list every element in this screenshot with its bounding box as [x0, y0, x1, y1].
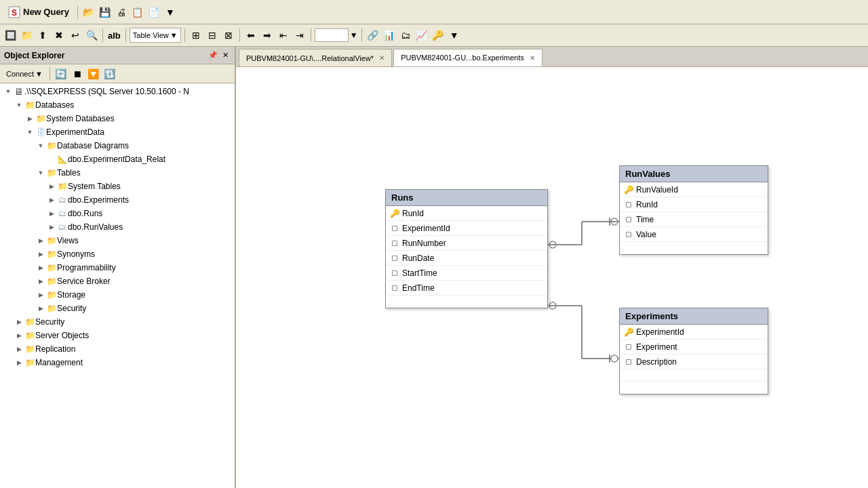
oe-filter-button[interactable]: 🔽 [86, 66, 101, 81]
tree-item-system-tables[interactable]: ▶ 📁 System Tables [0, 180, 235, 193]
zoom-dropdown-arrow[interactable]: ▼ [350, 30, 358, 40]
tb2-btn-4[interactable]: ✖ [52, 28, 66, 43]
runs-col-experimentid: ExperimentId [402, 224, 450, 233]
db-table-runvalues[interactable]: RunValues 🔑 RunValueId RunId Time Value [619, 165, 768, 255]
tb2-btn-5[interactable]: ↩ [68, 28, 83, 43]
tab-experiments-close[interactable]: ✕ [530, 54, 535, 62]
expand-diagram1[interactable] [46, 154, 57, 165]
tree-item-server[interactable]: ▼ 🖥 .\\SQLEXPRESS (SQL Server 10.50.1600… [0, 85, 235, 98]
expand-programmability[interactable]: ▶ [35, 262, 46, 273]
tree-item-security[interactable]: ▶ 📁 Security [0, 315, 235, 329]
nav-btn1[interactable]: ⬅ [243, 28, 258, 43]
tree-item-programmability[interactable]: ▶ 📁 Programmability [0, 261, 235, 274]
nav-btn2[interactable]: ➡ [260, 28, 275, 43]
more-button[interactable]: ▼ [163, 5, 178, 20]
new-query-icon: S [7, 5, 21, 19]
extra-btn6[interactable]: ▼ [447, 28, 462, 43]
expand-security[interactable]: ▶ [14, 317, 24, 327]
expand-runvalues-tbl[interactable]: ▶ [46, 222, 57, 232]
col-icon-experimentid [390, 224, 399, 233]
copy-button[interactable]: 📋 [130, 5, 145, 20]
connect-button[interactable]: Connect ▼ [3, 66, 46, 81]
expand-tables[interactable]: ▼ [35, 167, 46, 178]
nav-btn3[interactable]: ⇤ [276, 28, 291, 43]
align-btn2[interactable]: ⊟ [205, 28, 220, 43]
expand-experiments-tbl[interactable]: ▶ [46, 195, 57, 205]
extra-btn1[interactable]: 🔗 [366, 28, 380, 43]
tree-item-management[interactable]: ▶ 📁 Management [0, 356, 235, 369]
oe-sync-button[interactable]: 🔃 [102, 66, 117, 81]
extra-btn4[interactable]: 📈 [414, 28, 429, 43]
nav-btn4[interactable]: ⇥ [292, 28, 307, 43]
table-view-dropdown[interactable]: Table View ▼ [130, 28, 181, 43]
db-table-experiments[interactable]: Experiments 🔑 ExperimentId Experiment De… [619, 308, 768, 394]
align-btn3[interactable]: ⊠ [221, 28, 236, 43]
extra-btn3[interactable]: 🗂 [398, 28, 413, 43]
tab-relationalview[interactable]: PUBVM824001-GU\....RelationalView* ✕ [239, 49, 392, 66]
print-button[interactable]: 🖨 [114, 5, 129, 20]
tree-item-service-broker[interactable]: ▶ 📁 Service Broker [0, 274, 235, 288]
oe-refresh-button[interactable]: 🔄 [54, 66, 68, 81]
expand-experimentdata[interactable]: ▼ [24, 127, 35, 138]
zoom-input[interactable]: 100% [315, 28, 349, 42]
tb2-btn-3[interactable]: ⬆ [35, 28, 50, 43]
diagram1-label: dbo.ExperimentData_Relat [68, 155, 165, 164]
server-label: .\\SQLEXPRESS (SQL Server 10.50.1600 - N [24, 87, 189, 96]
align-btn[interactable]: ⊞ [189, 28, 203, 43]
col-icon-endtime [390, 283, 399, 293]
expand-views[interactable]: ▶ [35, 235, 46, 246]
tb2-btn-2[interactable]: 📁 [19, 28, 34, 43]
oe-close-button[interactable]: ✕ [220, 50, 231, 61]
expand-storage[interactable]: ▶ [35, 289, 46, 300]
runvalues-col-value: Value [636, 230, 656, 239]
tree-item-storage[interactable]: ▶ 📁 Storage [0, 288, 235, 302]
paste-button[interactable]: 📄 [146, 5, 161, 20]
separator7 [361, 28, 362, 42]
tree-item-views[interactable]: ▶ 📁 Views [0, 234, 235, 247]
tree-item-replication[interactable]: ▶ 📁 Replication [0, 342, 235, 356]
expand-management[interactable]: ▶ [14, 357, 24, 368]
tree-item-system-databases[interactable]: ▶ 📁 System Databases [0, 112, 235, 125]
expand-server-objects[interactable]: ▶ [14, 330, 24, 341]
tb2-btn-6[interactable]: 🔍 [84, 28, 99, 43]
expand-databases[interactable]: ▼ [14, 100, 24, 110]
oe-stop-button[interactable]: ⏹ [70, 66, 85, 81]
extra-btn2[interactable]: 📊 [382, 28, 397, 43]
expand-db-diagrams[interactable]: ▼ [35, 140, 46, 151]
tree-item-tables[interactable]: ▼ 📁 Tables [0, 166, 235, 180]
col-icon-value [624, 230, 633, 239]
tree-item-databases[interactable]: ▼ 📁 Databases [0, 98, 235, 112]
tab-relationalview-close[interactable]: ✕ [379, 54, 384, 62]
expand-system-tables[interactable]: ▶ [46, 181, 57, 192]
tree-item-db-diagrams[interactable]: ▼ 📁 Database Diagrams [0, 139, 235, 152]
management-label: Management [35, 358, 83, 367]
tree-item-runvalues-tbl[interactable]: ▶ 🗂 dbo.RunValues [0, 220, 235, 234]
service-broker-label: Service Broker [57, 277, 111, 286]
expand-replication[interactable]: ▶ [14, 344, 24, 354]
expand-server[interactable]: ▼ [3, 86, 14, 97]
tree-item-server-objects[interactable]: ▶ 📁 Server Objects [0, 329, 235, 342]
expand-service-broker[interactable]: ▶ [35, 276, 46, 287]
save-button[interactable]: 💾 [98, 5, 113, 20]
tree-item-synonyms[interactable]: ▶ 📁 Synonyms [0, 247, 235, 261]
tb2-btn-1[interactable]: 🔲 [3, 28, 18, 43]
object-explorer-header: Object Explorer 📌 ✕ [0, 47, 235, 64]
oe-pin-button[interactable]: 📌 [208, 50, 218, 61]
expand-system-dbs[interactable]: ▶ [24, 113, 35, 124]
expand-synonyms[interactable]: ▶ [35, 249, 46, 260]
expand-security-db[interactable]: ▶ [35, 303, 46, 314]
open-button[interactable]: 📂 [81, 5, 96, 20]
db-table-runs[interactable]: Runs 🔑 RunId ExperimentId RunNumber RunD… [385, 189, 548, 308]
tree-item-runs-tbl[interactable]: ▶ 🗂 dbo.Runs [0, 207, 235, 220]
tree-item-security-db[interactable]: ▶ 📁 Security [0, 302, 235, 315]
extra-btn5[interactable]: 🔑 [431, 28, 446, 43]
toolbar-top: S New Query 📂 💾 🖨 📋 📄 ▼ [0, 0, 868, 24]
tree-item-diagram1[interactable]: 📐 dbo.ExperimentData_Relat [0, 152, 235, 166]
tab-experiments[interactable]: PUBVM824001-GU...bo.Experiments ✕ [393, 49, 542, 66]
diagram-canvas[interactable]: Runs 🔑 RunId ExperimentId RunNumber RunD… [236, 67, 868, 488]
programmability-label: Programmability [57, 263, 116, 272]
tree-item-experimentdata[interactable]: ▼ 🗄 ExperimentData [0, 125, 235, 139]
new-query-button[interactable]: S New Query [3, 3, 74, 21]
tree-item-experiments-tbl[interactable]: ▶ 🗂 dbo.Experiments [0, 193, 235, 207]
expand-runs-tbl[interactable]: ▶ [46, 208, 57, 219]
